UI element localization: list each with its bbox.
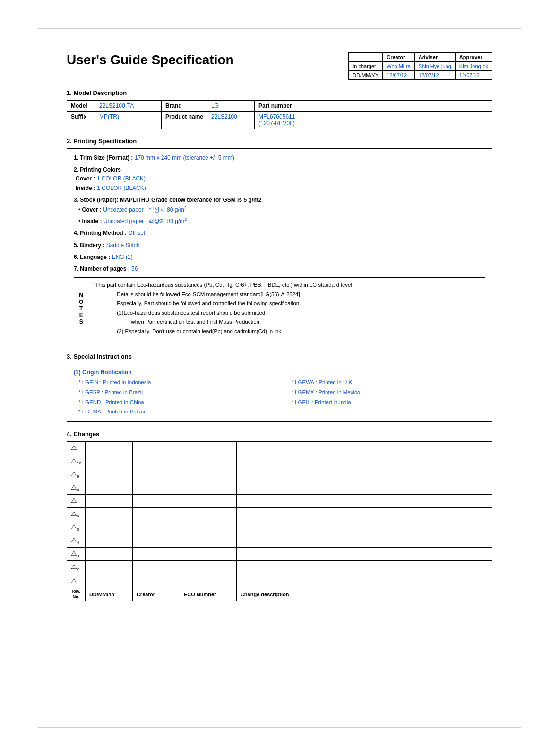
col-approver: Approver	[459, 54, 482, 60]
col-adviser: Adviser	[419, 54, 438, 60]
pages-item: 7. Number of pages : 56	[74, 265, 485, 274]
changes-table: ⚠1 ⚠10 ⚠9 ⚠8 ⚠	[67, 441, 492, 601]
colors-label: 2. Printing Colors	[74, 166, 121, 173]
change-icon-10: ⚠2	[67, 561, 86, 574]
change-date-5	[85, 495, 132, 508]
change-row-5: ⚠	[67, 495, 492, 508]
change-creator-4	[132, 481, 180, 495]
section1-heading: 1. Model Description	[67, 89, 492, 96]
change-date-1	[85, 442, 132, 455]
change-desc-3	[236, 468, 492, 481]
creator-date: 12/07/12	[383, 71, 415, 80]
stock-inside-item: Inside : Uncoated paper , 백상지 80 g/m2	[78, 216, 485, 226]
adviser-date: 12/07/12	[414, 71, 455, 80]
suffix-value: MP(TR)	[95, 112, 162, 129]
origin-grid: * LGEIN : Printed in Indonesia * LGESP :…	[78, 378, 485, 417]
change-eco-8	[180, 534, 236, 548]
model-table: Model 22LS2100-TA Brand LG Part number S…	[67, 100, 492, 129]
change-creator-10	[132, 561, 180, 574]
product-label: Product name	[162, 112, 207, 129]
change-desc-2	[236, 455, 492, 468]
suffix-label: Suffix	[67, 112, 95, 129]
rev-label: Rev.No.	[67, 587, 86, 601]
changes-footer-eco: ECO Number	[180, 587, 236, 601]
corner-tr	[507, 34, 516, 43]
change-icon-3: ⚠9	[67, 468, 86, 481]
change-eco-11	[180, 574, 236, 587]
change-date-10	[85, 561, 132, 574]
header-row: User's Guide Specification Creator Advis…	[67, 52, 492, 80]
section3-heading: 3. Special Instructions	[67, 353, 492, 360]
method-label: 4. Printing Method :	[74, 230, 127, 236]
change-eco-9	[180, 548, 236, 561]
stock-list: Cover : Uncoated paper , 백상지 80 g/m2 Ins…	[78, 205, 485, 226]
adviser-name: Shin Hye-jung	[414, 62, 455, 71]
origin-lgend: * LGEND : Printed in China	[78, 397, 273, 407]
cover-value: 1 COLOR (BLACK)	[97, 175, 146, 182]
change-icon-6: ⚠6	[67, 508, 86, 521]
changes-footer-desc: Change description	[236, 587, 492, 601]
notes-label: N O T E S	[74, 278, 88, 339]
stock-cover-label: Cover :	[82, 206, 102, 213]
stock-cover-value: Uncoated paper , 백상지 80 g/m2	[103, 206, 186, 213]
corner-br	[507, 713, 516, 722]
approver-date: 12/07/12	[455, 71, 492, 80]
change-creator-1	[132, 442, 180, 455]
change-creator-5	[132, 495, 180, 508]
change-creator-6	[132, 508, 180, 521]
inside-label: Inside :	[74, 185, 95, 191]
origin-heading: (1) Origin Notification	[74, 369, 485, 376]
change-date-6	[85, 508, 132, 521]
change-date-2	[85, 455, 132, 468]
change-desc-1	[236, 442, 492, 455]
origin-lgema: * LGEMA : Printed in Poland	[78, 407, 273, 417]
change-row-1: ⚠1	[67, 442, 492, 455]
part-value1: MFL67605611	[258, 113, 488, 120]
approver-name: Kim Jong-ok	[455, 62, 492, 71]
change-date-3	[85, 468, 132, 481]
origin-lgewa: * LGEWA : Printed in U.K.	[292, 378, 486, 387]
change-desc-5	[236, 495, 492, 508]
notes-line6: (2) Especially, Don't use or contain lea…	[93, 327, 353, 336]
change-icon-5: ⚠	[67, 495, 86, 508]
pages-label: 7. Number of pages :	[74, 266, 130, 272]
corner-tl	[43, 34, 52, 43]
change-date-9	[85, 548, 132, 561]
change-row-10: ⚠2	[67, 561, 492, 574]
change-icon-7: ⚠5	[67, 521, 86, 534]
part-label: Part number	[255, 101, 492, 112]
change-eco-10	[180, 561, 236, 574]
change-eco-7	[180, 521, 236, 534]
brand-value: LG	[207, 101, 255, 112]
approval-table: Creator Adviser Approver In charger Woo …	[348, 52, 492, 80]
change-eco-2	[180, 455, 236, 468]
bindery-item: 5. Bindery : Saddle Stitch	[74, 241, 485, 250]
change-row-9: ⚠3	[67, 548, 492, 561]
bindery-value: Saddle Stitch	[106, 242, 140, 249]
trim-label: 1. Trim Size (Format) :	[74, 155, 133, 161]
notes-line3: Especially, Part should be followed and …	[93, 299, 353, 309]
col-creator: Creator	[387, 54, 405, 60]
main-title: User's Guide Specification	[67, 52, 339, 68]
method-item: 4. Printing Method : Off-set	[74, 229, 485, 238]
creator-name: Woo Mi-ra	[383, 62, 415, 71]
language-item: 6. Language : ENG (1)	[74, 253, 485, 262]
origin-lgemx: * LGEMX : Printed in Mexico	[292, 387, 486, 397]
change-creator-3	[132, 468, 180, 481]
change-icon-1: ⚠1	[67, 442, 86, 455]
changes-footer-date: DD/MM/YY	[85, 587, 132, 601]
section2-heading: 2. Printing Specification	[67, 137, 492, 145]
trim-size-item: 1. Trim Size (Format) : 170 mm x 240 mm …	[74, 154, 485, 163]
change-icon-11: ⚠	[67, 574, 86, 587]
bindery-label: 5. Bindery :	[74, 242, 104, 249]
corner-bl	[43, 713, 52, 722]
change-row-11: ⚠	[67, 574, 492, 587]
change-date-7	[85, 521, 132, 534]
change-row-6: ⚠6	[67, 508, 492, 521]
spec-box: 1. Trim Size (Format) : 170 mm x 240 mm …	[67, 148, 492, 344]
change-date-8	[85, 534, 132, 548]
change-row-8: ⚠4	[67, 534, 492, 548]
brand-label: Brand	[162, 101, 207, 112]
changes-footer-creator: Creator	[132, 587, 180, 601]
stock-label: 3. Stock (Paper): MAPLITHO Grade below t…	[74, 197, 261, 203]
